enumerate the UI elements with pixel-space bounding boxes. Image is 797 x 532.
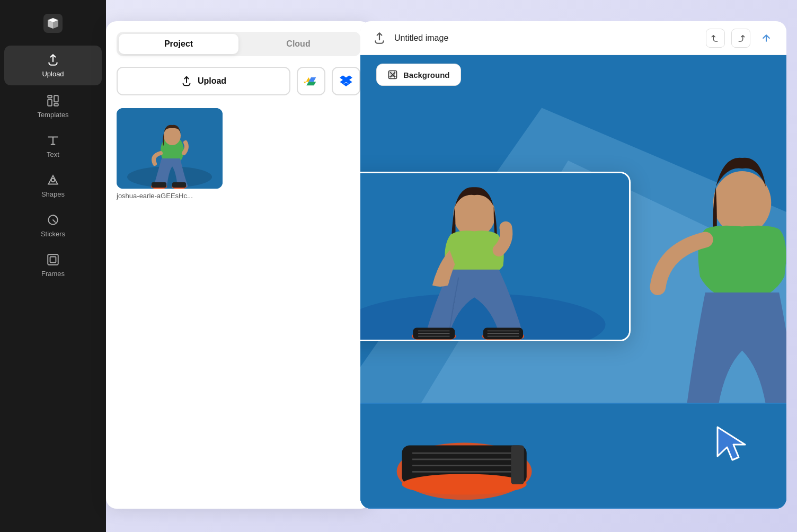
undo-button[interactable] [706, 29, 725, 48]
google-drive-icon [304, 74, 318, 88]
upload-button[interactable]: Upload [117, 67, 290, 95]
templates-icon [46, 94, 60, 108]
sidebar: Upload Templates Text Shapes Stickers [0, 0, 106, 532]
svg-rect-48 [511, 445, 524, 484]
sidebar-shapes-label: Shapes [41, 190, 65, 198]
svg-rect-1 [48, 95, 52, 97]
sidebar-stickers-label: Stickers [41, 230, 65, 238]
shapes-icon [46, 173, 60, 187]
upload-cloud-icon [181, 75, 192, 87]
cursor-arrow [712, 422, 755, 466]
sidebar-item-text[interactable]: Text [0, 126, 106, 166]
app-logo [40, 11, 66, 36]
text-icon [46, 134, 60, 147]
frames-icon [46, 253, 60, 267]
svg-rect-3 [54, 95, 58, 102]
stickers-icon [46, 213, 60, 227]
tab-project[interactable]: Project [119, 34, 238, 54]
dropbox-icon [339, 74, 353, 88]
svg-rect-7 [48, 254, 58, 265]
canvas-background [360, 55, 786, 509]
canvas-toolbar: Untitled image [360, 21, 786, 55]
panel-tabs: Project Cloud [117, 32, 360, 56]
upload-actions: Upload [117, 67, 360, 95]
sidebar-item-shapes[interactable]: Shapes [0, 166, 106, 206]
sidebar-item-upload[interactable]: Upload [4, 46, 102, 85]
list-item[interactable]: joshua-earle-aGEEsHc... [117, 108, 223, 200]
export-button[interactable] [757, 29, 776, 48]
svg-rect-16 [172, 182, 186, 188]
upload-btn-label: Upload [198, 76, 226, 86]
file-name: joshua-earle-aGEEsHc... [117, 192, 223, 200]
upload-panel: Project Cloud Upload [106, 21, 371, 509]
svg-marker-49 [718, 427, 745, 460]
floating-image-card[interactable] [360, 172, 631, 341]
toolbar-upload-icon [371, 30, 388, 47]
sidebar-templates-label: Templates [37, 111, 68, 119]
upload-icon [46, 53, 60, 67]
background-icon [387, 69, 398, 80]
google-drive-button[interactable] [297, 67, 325, 95]
file-thumbnail [117, 108, 223, 189]
canvas-area: Untitled image Background [360, 21, 786, 509]
sidebar-frames-label: Frames [41, 270, 65, 278]
file-photo-svg [117, 108, 223, 189]
tab-cloud[interactable]: Cloud [238, 34, 358, 54]
svg-rect-4 [54, 103, 58, 105]
svg-rect-15 [152, 182, 166, 188]
sidebar-upload-label: Upload [42, 70, 64, 78]
redo-button[interactable] [731, 29, 750, 48]
sidebar-item-stickers[interactable]: Stickers [0, 206, 106, 245]
background-button[interactable]: Background [376, 64, 461, 86]
sidebar-text-label: Text [47, 150, 59, 158]
svg-point-21 [713, 171, 771, 234]
svg-point-43 [402, 474, 526, 494]
background-btn-label: Background [403, 70, 450, 79]
svg-rect-2 [48, 100, 52, 106]
canvas-title: Untitled image [394, 33, 699, 43]
sidebar-item-frames[interactable]: Frames [0, 245, 106, 285]
dropbox-button[interactable] [332, 67, 360, 95]
svg-rect-8 [50, 257, 56, 263]
file-grid: joshua-earle-aGEEsHc... [117, 108, 360, 200]
svg-point-5 [51, 179, 55, 182]
sidebar-item-templates[interactable]: Templates [0, 86, 106, 126]
